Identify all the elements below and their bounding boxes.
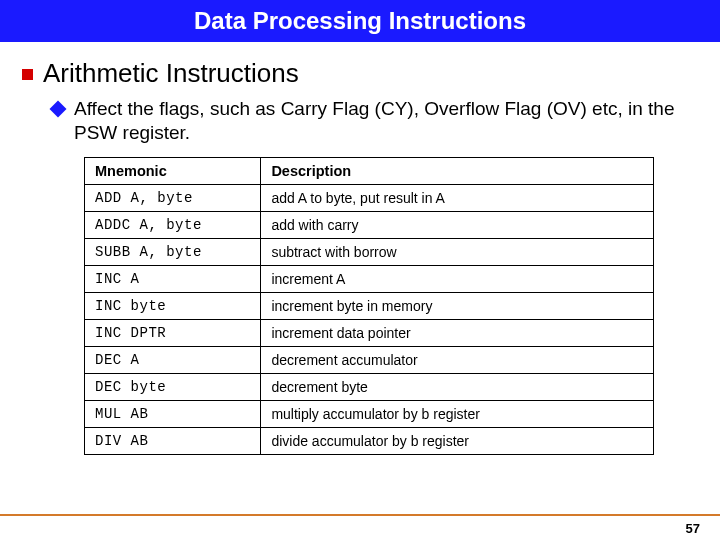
mnemonic-cell: DEC A — [85, 346, 261, 373]
table-row: DEC bytedecrement byte — [85, 373, 654, 400]
table-row: DIV ABdivide accumulator by b register — [85, 427, 654, 454]
table-row: INC Aincrement A — [85, 265, 654, 292]
table-row: ADDC A, byteadd with carry — [85, 211, 654, 238]
table-header-row: Mnemonic Description — [85, 157, 654, 184]
section-heading: Arithmetic Instructions — [43, 58, 299, 89]
description-cell: multiply accumulator by b register — [261, 400, 654, 427]
slide-title-bar: Data Processing Instructions — [0, 0, 720, 42]
instruction-table-wrap: Mnemonic Description ADD A, byteadd A to… — [84, 157, 654, 455]
mnemonic-cell: DIV AB — [85, 427, 261, 454]
mnemonic-cell: DEC byte — [85, 373, 261, 400]
content-area: Arithmetic Instructions Affect the flags… — [0, 42, 720, 455]
footer-divider — [0, 514, 720, 516]
description-cell: add with carry — [261, 211, 654, 238]
col-header-description: Description — [261, 157, 654, 184]
table-row: MUL ABmultiply accumulator by b register — [85, 400, 654, 427]
col-header-mnemonic: Mnemonic — [85, 157, 261, 184]
table-row: DEC Adecrement accumulator — [85, 346, 654, 373]
table-row: ADD A, byteadd A to byte, put result in … — [85, 184, 654, 211]
diamond-bullet-icon — [50, 101, 67, 118]
description-cell: decrement accumulator — [261, 346, 654, 373]
description-cell: increment A — [261, 265, 654, 292]
mnemonic-cell: ADD A, byte — [85, 184, 261, 211]
description-cell: subtract with borrow — [261, 238, 654, 265]
table-row: SUBB A, bytesubtract with borrow — [85, 238, 654, 265]
mnemonic-cell: MUL AB — [85, 400, 261, 427]
mnemonic-cell: INC A — [85, 265, 261, 292]
table-row: INC DPTRincrement data pointer — [85, 319, 654, 346]
mnemonic-cell: SUBB A, byte — [85, 238, 261, 265]
mnemonic-cell: ADDC A, byte — [85, 211, 261, 238]
sub-text: Affect the flags, such as Carry Flag (CY… — [74, 97, 684, 145]
instruction-table: Mnemonic Description ADD A, byteadd A to… — [84, 157, 654, 455]
description-cell: decrement byte — [261, 373, 654, 400]
mnemonic-cell: INC DPTR — [85, 319, 261, 346]
mnemonic-cell: INC byte — [85, 292, 261, 319]
square-bullet-icon — [22, 69, 33, 80]
table-row: INC byteincrement byte in memory — [85, 292, 654, 319]
description-cell: increment data pointer — [261, 319, 654, 346]
description-cell: divide accumulator by b register — [261, 427, 654, 454]
sub-bullet-row: Affect the flags, such as Carry Flag (CY… — [52, 97, 698, 145]
slide-title: Data Processing Instructions — [194, 7, 526, 34]
page-number: 57 — [686, 521, 700, 536]
description-cell: add A to byte, put result in A — [261, 184, 654, 211]
heading-row: Arithmetic Instructions — [22, 58, 698, 89]
description-cell: increment byte in memory — [261, 292, 654, 319]
slide: Data Processing Instructions Arithmetic … — [0, 0, 720, 540]
